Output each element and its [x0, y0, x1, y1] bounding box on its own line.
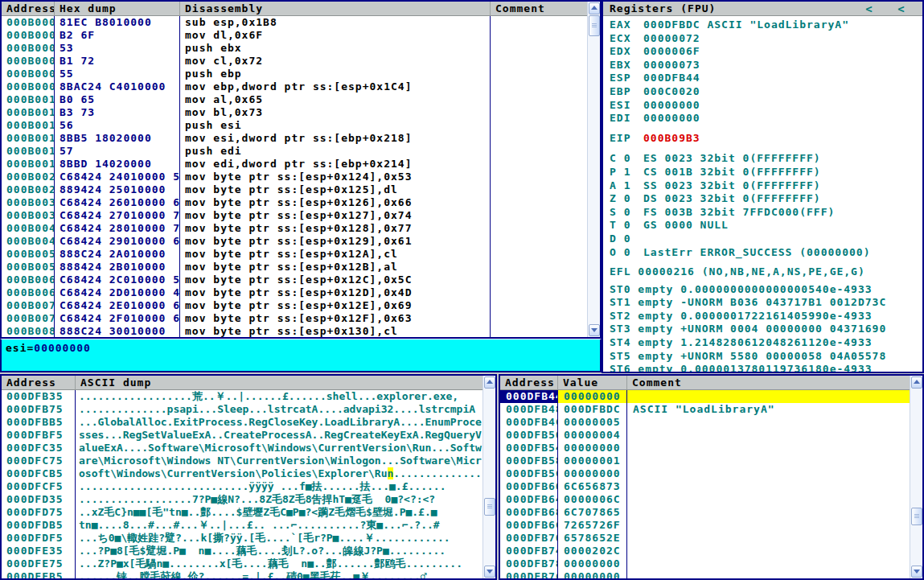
- dump-row[interactable]: 000DFD35 ..................7?P■線N?...8Z毛…: [2, 493, 483, 506]
- stack-row[interactable]: 000DFB7C 00000000: [500, 570, 910, 580]
- stack-row[interactable]: 000DFB64 0000006C: [500, 493, 910, 506]
- disassembly-row[interactable]: 000B0017 56 push esi: [2, 119, 587, 132]
- stack-row[interactable]: 000DFB68 6C707865: [500, 506, 910, 519]
- flag-row[interactable]: S 0FS 003B 32bit 7FFDC000(FFF): [610, 206, 922, 220]
- stack-row[interactable]: 000DFB78 00000000: [500, 557, 910, 570]
- instruction-cell: sub esp,0x1B8: [180, 16, 491, 29]
- disassembly-row[interactable]: 000B0018 8BB5 18020000 mov esi,dword ptr…: [2, 132, 587, 145]
- fpu-register-row[interactable]: ST0 empty 0.0000000000000000540e-4933: [610, 283, 922, 297]
- stack-row[interactable]: 000DFB5C 00000000: [500, 467, 910, 480]
- disassembly-row[interactable]: 000B0006 B2 6F mov dl,0x6F: [2, 29, 587, 42]
- disassembly-row[interactable]: 000B0013 B0 65 mov al,0x65: [2, 93, 587, 106]
- register-row[interactable]: EDX0000006F: [610, 45, 922, 59]
- disassembly-row[interactable]: 000B000C 8BAC24 C4010000 mov ebp,dword p…: [2, 80, 587, 93]
- dump-row[interactable]: 000DFCB5 osoft\Windows\CurrentVersion\Po…: [2, 467, 483, 480]
- fpu-register-row[interactable]: ST1 empty -UNORM B036 043717B1 0012D73C: [610, 296, 922, 310]
- disassembly-row[interactable]: 000B000B 55 push ebp: [2, 68, 587, 80]
- disassembly-row[interactable]: 000B003C C68424 27010000 74 mov byte ptr…: [2, 209, 587, 222]
- address-cell: 000DFB58: [500, 455, 558, 467]
- stack-row[interactable]: 000DFB4C 00000005: [500, 416, 910, 429]
- disassembly-row[interactable]: 000B0009 B1 72 mov cl,0x72: [2, 55, 587, 68]
- disassembly-row[interactable]: 000B005B 888424 2B010000 mov byte ptr ss…: [2, 261, 587, 274]
- stack-row[interactable]: 000DFB70 6578652E: [500, 532, 910, 545]
- scroll-up-icon[interactable]: [484, 376, 495, 389]
- register-row[interactable]: EDI00000000: [610, 112, 922, 125]
- chevron-left-icon[interactable]: <: [893, 2, 910, 15]
- dump-row[interactable]: 000DFCF5 ...........................ÿÿÿÿ…: [2, 480, 483, 493]
- disassembly-row[interactable]: 000B0015 B3 73 mov bl,0x73: [2, 106, 587, 119]
- register-row[interactable]: ESP000DFB44: [610, 72, 922, 85]
- register-row[interactable]: EAX000DFBDC ASCII "LoadLibraryA": [610, 19, 922, 32]
- dump-scrollbar[interactable]: [483, 376, 495, 578]
- disassembly-row[interactable]: 000B004C C68424 29010000 61 mov byte ptr…: [2, 235, 587, 248]
- fpu-register-row[interactable]: ST5 empty +UNORM 5580 00000058 04A05578: [610, 350, 922, 364]
- scroll-up-icon[interactable]: [589, 2, 600, 14]
- dump-row[interactable]: 000DFC35 alueExA....Software\Microsoft\W…: [2, 442, 483, 455]
- flag-row[interactable]: Z 0DS 0023 32bit 0(FFFFFFFF): [610, 192, 922, 206]
- fpu-register-row[interactable]: ST6 empty 0.0000013780119736180e-4933: [610, 363, 922, 373]
- flag-row[interactable]: T 0GS 0000 NULL: [610, 219, 922, 232]
- scrollbar-thumb[interactable]: [484, 498, 495, 516]
- disassembly-row[interactable]: 000B001F 8BBD 14020000 mov edi,dword ptr…: [2, 158, 587, 171]
- disassembly-row[interactable]: 000B002D 889424 25010000 mov byte ptr ss…: [2, 183, 587, 196]
- dump-row[interactable]: 000DFC75 are\Microsoft\Windows NT\Curren…: [2, 455, 483, 467]
- dump-row[interactable]: 000DFE75 ...Z?P■x[毛騧n■........x[毛....藕毛 …: [2, 557, 483, 570]
- instruction-cell: mov byte ptr ss:[esp+0x12D],0x4D: [180, 286, 491, 299]
- stack-row[interactable]: 000DFB74 0000202C: [500, 545, 910, 557]
- stack-scrollbar[interactable]: [910, 376, 922, 578]
- scroll-down-icon[interactable]: [484, 566, 495, 578]
- comment-cell: [627, 532, 910, 545]
- stack-row[interactable]: 000DFB6C 7265726F: [500, 519, 910, 532]
- register-row[interactable]: EBX00000073: [610, 59, 922, 72]
- disassembly-row[interactable]: 000B006A C68424 2D010000 4D mov byte ptr…: [2, 286, 587, 299]
- register-row[interactable]: ESI00000000: [610, 99, 922, 113]
- register-row[interactable]: EBP000C0020: [610, 85, 922, 99]
- stack-row[interactable]: 000DFB58 00000001: [500, 455, 910, 467]
- stack-row[interactable]: 000DFB50 00000004: [500, 429, 910, 442]
- dump-row[interactable]: 000DFD75 ..xZ毛C}n■■[毛"tn■..鄷....$壁壢Z毛C■P…: [2, 506, 483, 519]
- dump-row[interactable]: 000DFEB5 ......铗..膛毛莳線.佡?......=.|.£..碃0…: [2, 570, 483, 580]
- disassembly-row[interactable]: 000B007A C68424 2F010000 63 mov byte ptr…: [2, 312, 587, 325]
- disassembly-row[interactable]: 000B0000 81EC B8010000 sub esp,0x1B8: [2, 16, 587, 29]
- disassembly-row[interactable]: 000B001E 57 push edi: [2, 145, 587, 158]
- fpu-register-row[interactable]: ST4 empty 1.2148280612048261120e-4933: [610, 336, 922, 350]
- stack-row[interactable]: 000DFB60 6C656873: [500, 480, 910, 493]
- scroll-up-icon[interactable]: [911, 376, 922, 389]
- scroll-down-icon[interactable]: [911, 566, 922, 578]
- dump-row[interactable]: 000DFDB5 tn■....8...#...#...￥..|...£.. .…: [2, 519, 483, 532]
- disassembly-row[interactable]: 000B0054 888C24 2A010000 mov byte ptr ss…: [2, 248, 587, 261]
- flag-row[interactable]: O 0LastErr ERROR_SUCCESS (00000000): [610, 246, 922, 260]
- dump-row[interactable]: 000DFB35 ..................荒..￥..|......…: [2, 390, 483, 403]
- flag-row[interactable]: D 0: [610, 232, 922, 246]
- dump-row[interactable]: 000DFBF5 sses...RegSetValueExA..CreatePr…: [2, 429, 483, 442]
- flag-row[interactable]: P 1CS 001B 32bit 0(FFFFFFFF): [610, 166, 922, 179]
- disassembly-row[interactable]: 000B0044 C68424 28010000 77 mov byte ptr…: [2, 222, 587, 235]
- scrollbar-thumb[interactable]: [589, 15, 600, 36]
- stack-row[interactable]: 000DFB54 00000000: [500, 442, 910, 455]
- disassembly-row[interactable]: 000B0034 C68424 26010000 66 mov byte ptr…: [2, 196, 587, 209]
- disassembly-row[interactable]: 000B0072 C68424 2E010000 69 mov byte ptr…: [2, 299, 587, 312]
- stack-row[interactable]: 000DFB44 00000000: [500, 390, 910, 403]
- scroll-down-icon[interactable]: [589, 324, 600, 336]
- disassembly-scrollbar[interactable]: [587, 2, 600, 337]
- disassembly-row[interactable]: 000B0025 C68424 24010000 53 mov byte ptr…: [2, 171, 587, 183]
- register-row[interactable]: ECX00000072: [610, 32, 922, 46]
- dump-row[interactable]: 000DFDF5 ...ち0■\輙姓跬?躄?...k[撕?ÿÿ.[毛....`[…: [2, 532, 483, 545]
- dump-row[interactable]: 000DFE35 ...?P■8[毛$躄堀.P■ n■....藕毛....刬L?…: [2, 545, 483, 557]
- dump-row[interactable]: 000DFBB5 ...GlobalAlloc.ExitProcess.RegC…: [2, 416, 483, 429]
- fpu-register-row[interactable]: ST3 empty +UNORM 0004 00000000 04371690: [610, 323, 922, 336]
- fpu-register-row[interactable]: ST2 empty 0.0000001722161405990e-4933: [610, 310, 922, 323]
- disassembly-row[interactable]: 000B0008 53 push ebx: [2, 42, 587, 55]
- column-header-comment: Comment: [627, 376, 910, 389]
- stack-row[interactable]: 000DFB48 000DFBDC ASCII "LoadLibraryA": [500, 403, 910, 416]
- disassembly-row[interactable]: 000B0082 888C24 30010000 mov byte ptr ss…: [2, 325, 587, 338]
- comment-cell: [491, 261, 587, 274]
- eip-register-row[interactable]: EIP000B09B3: [610, 132, 922, 146]
- chevron-left-icon[interactable]: <: [861, 2, 877, 15]
- flag-row[interactable]: A 1SS 0023 32bit 0(FFFFFFFF): [610, 179, 922, 193]
- dump-row[interactable]: 000DFB75 ..............psapi...Sleep...l…: [2, 403, 483, 416]
- scrollbar-thumb[interactable]: [911, 508, 922, 525]
- disassembly-row[interactable]: 000B0062 C68424 2C010000 5C mov byte ptr…: [2, 274, 587, 286]
- efl-register-row[interactable]: EFL 00000216 (NO,NB,NE,A,NS,PE,GE,G): [610, 265, 922, 279]
- flag-row[interactable]: C 0ES 0023 32bit 0(FFFFFFFF): [610, 152, 922, 166]
